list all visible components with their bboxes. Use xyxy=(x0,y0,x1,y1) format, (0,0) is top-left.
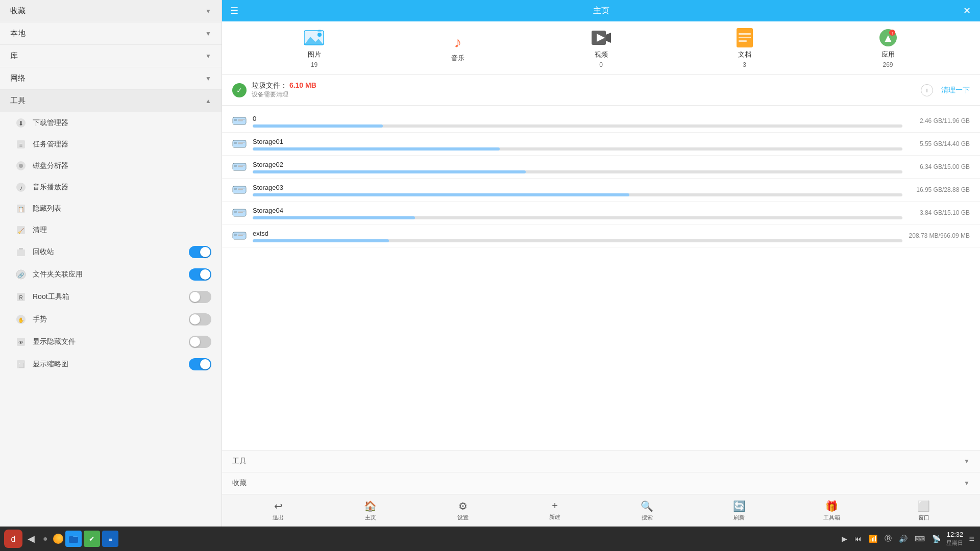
sidebar-item-gesture[interactable]: ✋ 手势 xyxy=(0,308,222,331)
sidebar-item-folder-assoc[interactable]: 🔗 文件夹关联应用 xyxy=(0,263,222,286)
show-hidden-icon: 👁 xyxy=(15,336,27,347)
trash-info-circle-icon[interactable]: i xyxy=(921,84,933,96)
sidebar-section-favorites[interactable]: 收藏 ▼ xyxy=(0,0,222,22)
hidden-list-icon: 📋 xyxy=(15,203,27,214)
sidebar-label-hidden-list: 隐藏列表 xyxy=(33,204,211,213)
docs-label: 文档 xyxy=(738,50,751,59)
toggle-root-toolbox[interactable] xyxy=(189,291,211,303)
svg-rect-69 xyxy=(238,234,245,235)
svg-rect-34 xyxy=(739,33,751,35)
tray-volume-icon[interactable]: 🔊 xyxy=(897,535,909,543)
tray-menu-icon[interactable]: ≡ xyxy=(967,534,976,544)
toggle-gesture[interactable] xyxy=(189,313,211,325)
sidebar-item-download-manager[interactable]: ⬇ 下载管理器 xyxy=(0,112,222,134)
storage-size-s2: 6.34 GB/15.00 GB xyxy=(909,163,970,170)
storage-size-s1: 5.55 GB/14.40 GB xyxy=(909,140,970,147)
sidebar-label-show-hidden: 显示隐藏文件 xyxy=(33,337,183,346)
sidebar-section-library[interactable]: 库 ▼ xyxy=(0,45,222,67)
taskbar-back-button[interactable]: ◀ xyxy=(24,533,38,544)
taskbar-green-icon[interactable]: ✔ xyxy=(84,531,100,547)
tray-wifi-icon[interactable]: 📶 xyxy=(867,535,879,543)
chevron-library-icon: ▼ xyxy=(205,53,211,60)
sidebar-item-disk-analyzer[interactable]: 磁盘分析器 xyxy=(0,155,222,177)
photos-label: 图片 xyxy=(308,50,321,59)
svg-text:📋: 📋 xyxy=(18,206,24,213)
storage-item-s1[interactable]: Storage01 5.55 GB/14.40 GB xyxy=(222,133,980,156)
storage-size-s3: 16.95 GB/28.88 GB xyxy=(909,186,970,193)
sidebar-section-local[interactable]: 本地 ▼ xyxy=(0,22,222,45)
svg-marker-28 xyxy=(317,30,322,32)
bottom-tool-icon-search: 🔍 xyxy=(641,500,653,512)
video-label: 视频 xyxy=(595,50,608,59)
sidebar-item-hidden-list[interactable]: 📋 隐藏列表 xyxy=(0,198,222,219)
sidebar-item-task-manager[interactable]: ≡ 任务管理器 xyxy=(0,134,222,155)
menu-button[interactable]: ☰ xyxy=(228,3,240,18)
bottom-tool-home[interactable]: 🏠 主页 xyxy=(355,500,386,521)
sidebar-section-network[interactable]: 网络 ▼ xyxy=(0,67,222,90)
svg-rect-44 xyxy=(238,119,245,120)
tray-signal-icon[interactable]: 📡 xyxy=(930,535,942,543)
bottom-tool-new[interactable]: + 新建 xyxy=(540,500,570,521)
svg-marker-31 xyxy=(606,33,611,43)
tray-prev-icon[interactable]: ⏮ xyxy=(853,535,863,543)
quick-icon-video[interactable]: 视频 0 xyxy=(581,28,622,68)
toggle-show-thumbnail[interactable] xyxy=(189,358,211,370)
svg-rect-48 xyxy=(234,142,237,144)
quick-icon-photos[interactable]: 图片 19 xyxy=(294,28,335,68)
bottom-tool-label-window: 窗口 xyxy=(918,514,929,521)
storage-item-s3[interactable]: Storage03 16.95 GB/28.88 GB xyxy=(222,179,980,202)
bottom-tool-search[interactable]: 🔍 搜索 xyxy=(632,500,663,521)
sidebar-section-tools[interactable]: 工具 ▲ xyxy=(0,90,222,112)
storage-item-s2[interactable]: Storage02 6.34 GB/15.00 GB xyxy=(222,156,980,179)
storage-info-s2: Storage02 xyxy=(253,161,902,173)
clean-button[interactable]: 清理一下 xyxy=(941,86,970,95)
quick-icon-apps[interactable]: ▲ ! 应用 269 xyxy=(868,28,909,68)
bottom-tool-label-exit: 退出 xyxy=(273,514,284,521)
storage-info-s0: 0 xyxy=(253,115,902,128)
storage-item-s4[interactable]: Storage04 3.84 GB/15.10 GB xyxy=(222,202,980,224)
taskbar-filemanager-icon[interactable] xyxy=(65,531,82,547)
bottom-tool-exit[interactable]: ↩ 退出 xyxy=(263,500,293,521)
bottom-tool-toolbox[interactable]: 🎁 工具箱 xyxy=(816,500,847,521)
tray-keyboard-icon[interactable]: ⌨ xyxy=(913,535,926,543)
tools-section-collapse[interactable]: 工具 ▼ xyxy=(222,450,980,472)
tray-bluetooth-icon[interactable]: Ⓑ xyxy=(883,534,893,543)
sidebar-item-cleaner[interactable]: 🧹 清理 xyxy=(0,219,222,241)
storage-bar-bg-s5 xyxy=(253,239,902,242)
close-button[interactable]: ✕ xyxy=(960,4,974,18)
tray-play-icon[interactable]: ▶ xyxy=(840,535,849,543)
cleaner-icon: 🧹 xyxy=(15,224,27,236)
quick-icon-docs[interactable]: 文档 3 xyxy=(724,28,765,68)
svg-text:♪: ♪ xyxy=(19,184,22,191)
sidebar-item-root-toolbox[interactable]: R Root工具箱 xyxy=(0,286,222,308)
sidebar-label-root-toolbox: Root工具箱 xyxy=(33,292,183,302)
toggle-show-hidden[interactable] xyxy=(189,336,211,348)
apps-icon: ▲ ! xyxy=(878,28,898,48)
bottom-tool-settings[interactable]: ⚙ 设置 xyxy=(448,500,478,521)
bottom-tool-window[interactable]: ⬜ 窗口 xyxy=(909,500,939,521)
toggle-recycle-bin[interactable] xyxy=(189,246,211,258)
storage-item-s5[interactable]: extsd 208.73 MB/966.09 MB xyxy=(222,224,980,247)
photos-icon xyxy=(304,28,325,48)
svg-rect-58 xyxy=(234,188,237,190)
sidebar-item-show-hidden[interactable]: 👁 显示隐藏文件 xyxy=(0,331,222,353)
taskbar-blue2-icon[interactable]: ≡ xyxy=(102,531,118,547)
sidebar-label-show-thumbnail: 显示缩略图 xyxy=(33,360,183,369)
taskbar-app-logo[interactable]: d xyxy=(4,530,22,548)
svg-rect-63 xyxy=(234,211,237,213)
storage-item-s0[interactable]: 0 2.46 GB/11.96 GB xyxy=(222,110,980,133)
sidebar-item-recycle-bin[interactable]: 回收站 xyxy=(0,241,222,263)
tools-section-label: 工具 xyxy=(232,457,247,466)
svg-rect-64 xyxy=(238,211,245,212)
storage-drive-icon xyxy=(232,114,247,128)
svg-text:⬜: ⬜ xyxy=(18,362,24,368)
svg-text:!: ! xyxy=(891,31,892,36)
sidebar-item-music-player[interactable]: ♪ 音乐播放器 xyxy=(0,177,222,198)
sidebar-item-show-thumbnail[interactable]: ⬜ 显示缩略图 xyxy=(0,353,222,375)
favorites-section-collapse[interactable]: 收藏 ▼ xyxy=(222,472,980,494)
bottom-tool-refresh[interactable]: 🔄 刷新 xyxy=(724,500,754,521)
quick-icon-music[interactable]: ♪ 音乐 xyxy=(437,31,478,65)
taskbar-home-button[interactable]: ● xyxy=(40,534,51,543)
toggle-folder-assoc[interactable] xyxy=(189,268,211,281)
svg-rect-45 xyxy=(238,120,243,121)
